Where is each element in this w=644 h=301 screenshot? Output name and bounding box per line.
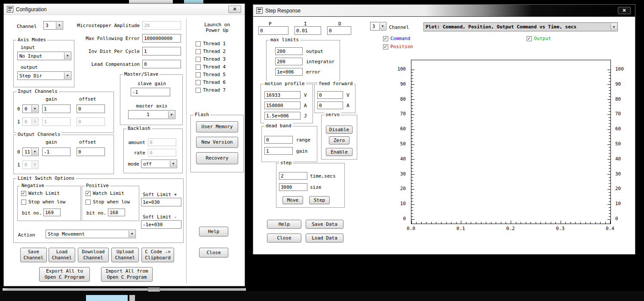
negative-bit-input[interactable] — [43, 209, 61, 216]
positive-bit-label: bit no. — [86, 210, 106, 216]
positive-stop-when-low-checkbox[interactable]: Stop when low — [86, 199, 130, 205]
input-channel-0-select[interactable]: 0 ▼ — [22, 104, 39, 113]
close-button[interactable]: Close — [199, 248, 228, 258]
axis-output-select[interactable]: Step Dir ▼ — [17, 71, 71, 80]
velocity-input[interactable] — [264, 91, 301, 99]
position-checkbox[interactable]: Position — [383, 44, 413, 49]
channel-select[interactable]: 3 ▼ — [370, 22, 386, 31]
servo-zero-button[interactable]: Zero — [329, 136, 350, 144]
input-channel-0-offset[interactable] — [77, 104, 105, 113]
max-error-input[interactable] — [275, 68, 303, 76]
thread-6-checkbox[interactable]: Thread 6 — [196, 80, 226, 85]
max-output-input[interactable] — [275, 47, 303, 55]
thread-4-label: Thread 4 — [203, 64, 226, 70]
d-input[interactable] — [327, 26, 351, 35]
axis-tick — [411, 168, 413, 169]
input-channel-0-gain[interactable] — [42, 104, 71, 113]
user-memory-button[interactable]: User Memory — [196, 121, 238, 132]
feed-forward-v-input[interactable] — [317, 91, 343, 99]
output-channel-0-offset[interactable] — [77, 147, 105, 156]
max-following-error-input[interactable] — [142, 34, 181, 43]
plot-type-select[interactable]: Plot: Command, Position, Output Command … — [423, 22, 618, 31]
thread-3-checkbox[interactable]: Thread 3 — [196, 56, 226, 62]
save-channel-button[interactable]: Save Channel — [20, 248, 47, 262]
help-button[interactable]: Help — [267, 220, 301, 229]
axis-label: 30 — [400, 171, 406, 177]
feed-forward-v-label: V — [347, 92, 350, 98]
c-code-clipboard-button[interactable]: C Code -> Clipboard — [141, 248, 174, 262]
soft-limit-plus-input[interactable] — [141, 198, 181, 206]
soft-limit-minus-input[interactable] — [141, 220, 181, 229]
feed-forward-a-input[interactable] — [317, 101, 343, 109]
backlash-amount-input — [148, 138, 176, 146]
axis-tick — [411, 183, 413, 184]
close-button[interactable]: Close — [267, 233, 301, 243]
taskbar-button[interactable] — [86, 295, 128, 301]
inv-dist-per-cycle-input[interactable] — [142, 47, 181, 55]
recovery-button[interactable]: Recovery — [196, 152, 238, 164]
axis-tick — [411, 111, 413, 112]
taskbar-button[interactable] — [129, 295, 135, 301]
close-icon[interactable]: ✕ — [618, 7, 631, 14]
lead-compensation-input[interactable] — [142, 60, 181, 68]
step-button[interactable]: Step — [309, 196, 330, 204]
move-button[interactable]: Move — [282, 196, 303, 204]
output-channel-0-gain[interactable] — [42, 147, 71, 156]
output-channel-0-select[interactable]: 11 ▼ — [22, 147, 39, 156]
axis-tick — [609, 186, 610, 187]
plot-type-value: Plot: Command, Position, Output Command … — [426, 24, 577, 30]
master-axis-select[interactable]: 1 ▼ — [128, 110, 175, 119]
axis-tick — [609, 210, 610, 211]
negative-stop-when-low-checkbox[interactable]: Stop when low — [21, 199, 65, 205]
import-all-button[interactable]: Import All from Open C Program — [101, 267, 153, 282]
servo-disable-button[interactable]: Disable — [326, 126, 353, 134]
load-data-button[interactable]: Load Data — [306, 233, 343, 243]
axis-tick — [456, 222, 457, 224]
export-all-button[interactable]: Export All to Open C Program — [39, 267, 90, 282]
step-size-input[interactable] — [279, 183, 307, 191]
max-integrator-input[interactable] — [275, 58, 303, 65]
thread-7-checkbox[interactable]: Thread 7 — [196, 87, 226, 93]
axis-tick — [570, 222, 571, 224]
download-channel-button[interactable]: Download Channel — [78, 248, 109, 262]
action-select[interactable]: Stop Movement ▼ — [46, 230, 136, 238]
dead-band-gain-input[interactable] — [264, 147, 293, 155]
backlash-mode-select[interactable]: off ▼ — [141, 160, 177, 168]
axis-tick — [607, 159, 610, 160]
step-response-titlebar[interactable]: Step Response ✕ — [253, 5, 635, 17]
slave-gain-input[interactable] — [131, 88, 170, 96]
command-checkbox[interactable]: Command — [383, 36, 410, 41]
jerk-input[interactable] — [264, 112, 301, 120]
axis-tick — [411, 138, 413, 139]
checkbox-box — [196, 49, 201, 54]
servo-enable-button[interactable]: Enable — [326, 148, 353, 156]
backlash-amount-label: amount — [124, 140, 145, 145]
acceleration-input[interactable] — [264, 101, 301, 109]
thread-5-checkbox[interactable]: Thread 5 — [196, 72, 226, 77]
negative-bit-label: bit no. — [22, 210, 42, 216]
upload-channel-button[interactable]: Upload Channel — [111, 248, 139, 262]
help-button[interactable]: Help — [199, 227, 228, 236]
thread-2-checkbox[interactable]: Thread 2 — [196, 49, 226, 54]
close-icon[interactable]: ✕ — [228, 6, 241, 13]
save-data-button[interactable]: Save Data — [306, 220, 343, 229]
channel-select[interactable]: 3 ▼ — [43, 21, 63, 30]
dead-band-range-input[interactable] — [264, 136, 293, 144]
positive-bit-input[interactable] — [108, 209, 125, 216]
positive-watch-limit-checkbox[interactable]: Watch Limit — [86, 190, 124, 196]
axis-input-select[interactable]: No Input ▼ — [17, 52, 71, 60]
app-icon — [7, 6, 13, 12]
load-channel-button[interactable]: Load Channel — [49, 248, 75, 262]
configuration-titlebar[interactable]: Configuration ✕ — [4, 4, 245, 15]
master-axis-value: 1 — [147, 112, 150, 117]
chevron-down-icon: ▼ — [31, 118, 38, 125]
axis-tick — [411, 150, 413, 150]
new-version-button[interactable]: New Version — [196, 137, 238, 148]
thread-1-checkbox[interactable]: Thread 1 — [196, 41, 226, 46]
output-checkbox[interactable]: Output — [527, 36, 551, 41]
step-time-input[interactable] — [279, 172, 307, 180]
p-input[interactable] — [258, 26, 288, 35]
negative-watch-limit-checkbox[interactable]: Watch Limit — [21, 190, 60, 196]
thread-4-checkbox[interactable]: Thread 4 — [196, 64, 226, 70]
i-input[interactable] — [294, 26, 321, 35]
